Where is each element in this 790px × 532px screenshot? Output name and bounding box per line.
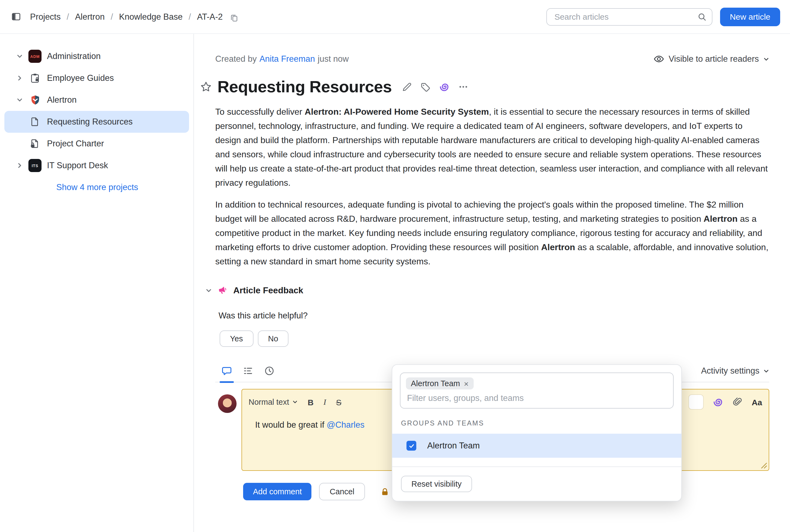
search-box[interactable] [546, 8, 712, 25]
new-article-button[interactable]: New article [720, 7, 780, 26]
chevron-down-icon [763, 368, 769, 374]
visibility-label: Visible to article readers [669, 54, 759, 64]
sidebar-item-label: Administration [47, 51, 100, 61]
article-icon [29, 115, 41, 128]
feedback-buttons: Yes No [215, 330, 769, 347]
no-button[interactable]: No [258, 330, 288, 347]
chevron-down-icon [763, 56, 769, 62]
search-input[interactable] [553, 12, 698, 22]
created-by-row: Created by Anita Freeman just now Visibl… [215, 54, 769, 64]
title-row: Requesting Resources [215, 78, 769, 96]
strikethrough-button[interactable]: S [336, 397, 341, 407]
reset-visibility-button[interactable]: Reset visibility [401, 476, 472, 492]
locked-clipboard-icon [29, 72, 41, 85]
groups-section-label: GROUPS AND TEAMS [401, 419, 673, 427]
alertron-shield-icon [29, 93, 41, 107]
sidebar-item-it-support-desk[interactable]: ITS IT Support Desk [4, 155, 189, 176]
sidebar-item-label: IT Support Desk [47, 160, 108, 170]
top-bar: Projects / Alertron / Knowledge Base / A… [0, 0, 790, 34]
paragraph-style-label: Normal text [249, 398, 289, 406]
activity-settings-dropdown[interactable]: Activity settings [701, 366, 769, 376]
sidebar-item-label: Employee Guides [47, 73, 114, 83]
add-comment-button[interactable]: Add comment [243, 483, 312, 500]
visibility-filter-input[interactable] [406, 393, 670, 404]
show-more-projects-link[interactable]: Show 4 more projects [4, 176, 189, 198]
created-prefix: Created by [215, 54, 257, 64]
sidebar-item-label: Requesting Resources [47, 117, 133, 127]
active-tab-indicator [220, 381, 234, 383]
created-time: just now [318, 54, 349, 64]
lock-icon [380, 487, 389, 496]
chevron-right-icon[interactable] [15, 75, 24, 81]
sidebar-item-requesting-resources[interactable]: Requesting Resources [4, 111, 189, 133]
tag-icon[interactable] [420, 82, 431, 92]
article-paragraph: To successfully deliver Alertron: AI-Pow… [215, 105, 769, 190]
editor-toolbar-right: Aa [689, 394, 762, 410]
visibility-popup: Alertron Team × GROUPS AND TEAMS Alertro… [392, 364, 682, 501]
sidebar-toggle-icon[interactable] [11, 12, 21, 22]
breadcrumb-project[interactable]: Alertron [75, 12, 105, 22]
sidebar-item-project-charter[interactable]: Project Charter [4, 133, 189, 155]
breadcrumb-article-id[interactable]: AT-A-2 [197, 12, 223, 22]
feedback-section-header: Article Feedback [215, 285, 769, 296]
selected-team-tag: Alertron Team × [406, 377, 474, 390]
feedback-section-title: Article Feedback [233, 285, 303, 295]
locked-article-icon [29, 137, 41, 150]
checked-checkbox[interactable] [407, 441, 416, 451]
comments-tab-icon[interactable] [221, 365, 232, 376]
avatar [218, 394, 237, 413]
article-paragraph: In addition to technical resources, adeq… [215, 198, 769, 269]
chevron-down-icon[interactable] [205, 287, 212, 293]
ai-spiral-icon[interactable] [439, 81, 450, 92]
team-option-label: Alertron Team [427, 441, 480, 451]
bold-button[interactable]: B [307, 397, 314, 407]
chevron-down-icon[interactable] [15, 97, 24, 103]
paragraph-style-select[interactable]: Normal text [249, 398, 298, 406]
chevron-down-icon[interactable] [15, 53, 24, 59]
cancel-button[interactable]: Cancel [319, 483, 365, 500]
sidebar-item-employee-guides[interactable]: Employee Guides [4, 67, 189, 89]
search-icon [698, 12, 707, 21]
sidebar: ADM Administration Employee Guides Alert… [0, 34, 194, 532]
toolbar-button[interactable] [689, 394, 704, 410]
edit-pencil-icon[interactable] [401, 82, 412, 92]
text-format-button[interactable]: Aa [752, 397, 762, 407]
administration-project-icon: ADM [29, 50, 41, 63]
resize-handle[interactable] [760, 462, 767, 469]
sidebar-item-label: Project Charter [47, 139, 104, 149]
popup-divider [392, 467, 681, 467]
breadcrumb-projects[interactable]: Projects [30, 12, 61, 22]
sidebar-item-administration[interactable]: ADM Administration [4, 45, 189, 67]
selected-team-label: Alertron Team [411, 379, 460, 388]
activity-list-tab-icon[interactable] [243, 365, 253, 376]
breadcrumb-knowledge-base[interactable]: Knowledge Base [119, 12, 183, 22]
chevron-right-icon[interactable] [15, 162, 24, 169]
breadcrumb: Projects / Alertron / Knowledge Base / A… [30, 12, 238, 22]
activity-settings-label: Activity settings [701, 366, 759, 376]
app-window: Projects / Alertron / Knowledge Base / A… [0, 0, 790, 532]
star-icon[interactable] [200, 81, 212, 93]
title-actions [401, 81, 469, 92]
feedback-question: Was this article helpful? [215, 311, 769, 321]
visibility-filter-field[interactable]: Alertron Team × [400, 373, 674, 408]
team-option-row[interactable]: Alertron Team [392, 434, 681, 458]
sidebar-item-label: Alertron [47, 95, 77, 105]
sidebar-item-alertron[interactable]: Alertron [4, 89, 189, 111]
italic-button[interactable]: I [323, 397, 326, 407]
chevron-down-icon [292, 399, 298, 405]
visibility-dropdown[interactable]: Visible to article readers [654, 54, 769, 64]
eye-icon [654, 54, 664, 64]
attachment-paperclip-icon[interactable] [732, 397, 743, 407]
history-clock-tab-icon[interactable] [264, 365, 275, 376]
megaphone-icon [218, 285, 228, 296]
copy-id-icon[interactable] [230, 14, 238, 22]
more-options-icon[interactable] [458, 81, 469, 92]
author-link[interactable]: Anita Freeman [260, 54, 315, 64]
it-support-project-icon: ITS [29, 159, 41, 172]
ai-spiral-icon[interactable] [712, 397, 723, 407]
page-title: Requesting Resources [218, 78, 392, 96]
remove-tag-icon[interactable]: × [464, 379, 469, 387]
yes-button[interactable]: Yes [220, 330, 253, 347]
